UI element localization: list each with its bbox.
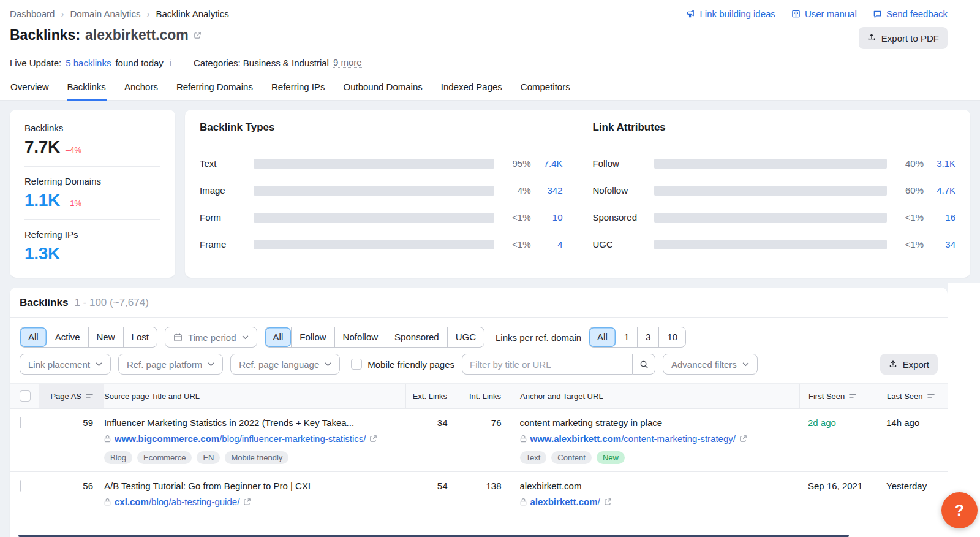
- follow-type-filter-option-all[interactable]: All: [265, 327, 292, 347]
- external-link-icon[interactable]: [739, 435, 747, 443]
- tab-overview[interactable]: Overview: [10, 78, 50, 101]
- bar-percent: <1%: [500, 239, 531, 249]
- bar-row-ugc: UGC<1%34: [593, 239, 956, 249]
- bar-percent: <1%: [893, 212, 924, 223]
- header-link-label: Send feedback: [886, 9, 948, 19]
- status-filter-option-new[interactable]: New: [88, 327, 123, 347]
- external-link-icon[interactable]: [604, 498, 612, 506]
- header-link-send-feedback[interactable]: Send feedback: [873, 9, 948, 19]
- bar-value-link[interactable]: 16: [924, 212, 956, 223]
- row-checkbox[interactable]: [20, 417, 21, 428]
- row-select-cell: [10, 409, 39, 471]
- search-icon: [639, 360, 649, 369]
- mobile-friendly-filter[interactable]: Mobile friendly pages: [351, 359, 454, 370]
- summary-value[interactable]: 1.3K: [24, 244, 60, 264]
- tab-bar: OverviewBacklinksAnchorsReferring Domain…: [0, 78, 980, 101]
- links-per-domain-option-1[interactable]: 1: [616, 327, 637, 347]
- bar-value-link[interactable]: 7.4K: [531, 158, 563, 169]
- links-per-domain-option-3[interactable]: 3: [637, 327, 658, 347]
- follow-type-filter-option-nofollow[interactable]: Nofollow: [334, 327, 386, 347]
- tab-outbound-domains[interactable]: Outbound Domains: [343, 78, 423, 101]
- summary-value[interactable]: 1.1K: [24, 191, 60, 210]
- bar-value-link[interactable]: 3.1K: [924, 158, 956, 169]
- header-link-link-building-ideas[interactable]: Link building ideas: [686, 9, 775, 19]
- panel-body: Follow40%3.1KNofollow60%4.7KSponsored<1%…: [578, 143, 971, 249]
- info-icon[interactable]: i: [168, 58, 173, 67]
- url-link[interactable]: alexbirkett.com/: [530, 497, 600, 507]
- column-first-seen[interactable]: First Seen: [799, 384, 878, 408]
- url-link[interactable]: www.alexbirkett.com/content-marketing-st…: [530, 433, 736, 444]
- export-button[interactable]: Export: [880, 354, 938, 375]
- external-link-icon[interactable]: [243, 498, 251, 506]
- links-per-domain-option-all[interactable]: All: [589, 327, 616, 347]
- header-link-user-manual[interactable]: User manual: [791, 9, 857, 19]
- live-update-link[interactable]: 5 backlinks: [66, 58, 111, 68]
- status-filter-option-lost[interactable]: Lost: [123, 327, 157, 347]
- bar-value-link[interactable]: 10: [531, 212, 563, 223]
- tab-referring-ips[interactable]: Referring IPs: [271, 78, 326, 101]
- link-placement-dropdown[interactable]: Link placement: [20, 354, 111, 375]
- bar-value-link[interactable]: 34: [924, 239, 956, 249]
- tag-ecommerce: Ecommerce: [137, 451, 192, 464]
- bar-track: [654, 240, 888, 249]
- filter-input[interactable]: [462, 354, 632, 375]
- bar-percent: 95%: [500, 158, 531, 169]
- row-select-cell: [10, 472, 39, 516]
- url-link[interactable]: cxl.com/blog/ab-testing-guide/: [115, 497, 239, 507]
- status-filter-option-active[interactable]: Active: [47, 327, 88, 347]
- status-filter-option-all[interactable]: All: [20, 327, 47, 347]
- ref-page-platform-dropdown[interactable]: Ref. page platform: [118, 354, 223, 375]
- row-checkbox[interactable]: [20, 480, 21, 492]
- sort-icon: [86, 393, 93, 399]
- help-button[interactable]: ?: [941, 492, 978, 528]
- breadcrumb-item-dashboard[interactable]: Dashboard: [10, 9, 55, 19]
- ref-page-language-dropdown[interactable]: Ref. page language: [230, 354, 340, 375]
- export-to-pdf-button[interactable]: Export to PDF: [859, 27, 948, 49]
- column-page-as-label: Page AS: [50, 392, 81, 401]
- follow-type-filter-option-sponsored[interactable]: Sponsored: [386, 327, 447, 347]
- external-link-icon[interactable]: [194, 31, 202, 39]
- tag-content: Content: [551, 451, 592, 464]
- bar-value-link[interactable]: 4.7K: [924, 185, 956, 196]
- bar-track: [254, 186, 494, 196]
- tab-anchors[interactable]: Anchors: [124, 78, 159, 101]
- column-last-seen[interactable]: Last Seen: [878, 384, 948, 408]
- lock-icon: [104, 498, 111, 506]
- bar-value-link[interactable]: 4: [531, 239, 563, 249]
- bar-label: Nofollow: [593, 185, 654, 196]
- summary-card: Backlinks7.7K–4%Referring Domains1.1K–1%…: [10, 110, 175, 278]
- time-period-dropdown[interactable]: Time period: [165, 327, 257, 348]
- table-row[interactable]: 59Influencer Marketing Statistics in 202…: [10, 409, 948, 472]
- backlinks-table-card: Backlinks 1 - 100 (~7,674) AllActiveNewL…: [10, 288, 948, 537]
- select-all-cell: [10, 384, 39, 408]
- column-ext-links: Ext. Links: [405, 384, 456, 408]
- categories-more-link[interactable]: 9 more: [333, 57, 362, 68]
- table-row[interactable]: 56A/B Testing Tutorial: Go from Beginner…: [10, 472, 948, 516]
- horizontal-scrollbar-thumb[interactable]: [18, 535, 849, 537]
- bar-label: UGC: [593, 239, 654, 249]
- tab-backlinks[interactable]: Backlinks: [67, 78, 107, 101]
- live-update-label: Live Update:: [10, 58, 61, 68]
- follow-type-filter-option-follow[interactable]: Follow: [291, 327, 334, 347]
- url-link[interactable]: www.bigcommerce.com/blog/influencer-mark…: [115, 433, 366, 444]
- select-all-checkbox[interactable]: [20, 390, 31, 402]
- links-per-domain-option-10[interactable]: 10: [658, 327, 685, 347]
- categories-label: Categories: Business & Industrial: [194, 58, 329, 68]
- advanced-filters-dropdown[interactable]: Advanced filters: [663, 354, 758, 375]
- mobile-friendly-checkbox[interactable]: [351, 359, 362, 370]
- tag-new: New: [597, 451, 625, 464]
- mobile-friendly-label: Mobile friendly pages: [368, 359, 454, 370]
- summary-value[interactable]: 7.7K: [24, 137, 60, 157]
- tab-indexed-pages[interactable]: Indexed Pages: [440, 78, 503, 101]
- column-source: Source page Title and URL: [104, 384, 405, 408]
- breadcrumb-item-domain-analytics[interactable]: Domain Analytics: [70, 9, 140, 19]
- column-page-as[interactable]: Page AS: [39, 384, 104, 408]
- tab-referring-domains[interactable]: Referring Domains: [176, 78, 254, 101]
- external-link-icon[interactable]: [369, 435, 377, 443]
- bar-label: Frame: [200, 239, 254, 249]
- follow-type-filter-option-ugc[interactable]: UGC: [447, 327, 484, 347]
- bar-value-link[interactable]: 342: [531, 185, 563, 196]
- tab-competitors[interactable]: Competitors: [520, 78, 571, 101]
- search-button[interactable]: [632, 354, 655, 375]
- bar-track: [654, 186, 888, 196]
